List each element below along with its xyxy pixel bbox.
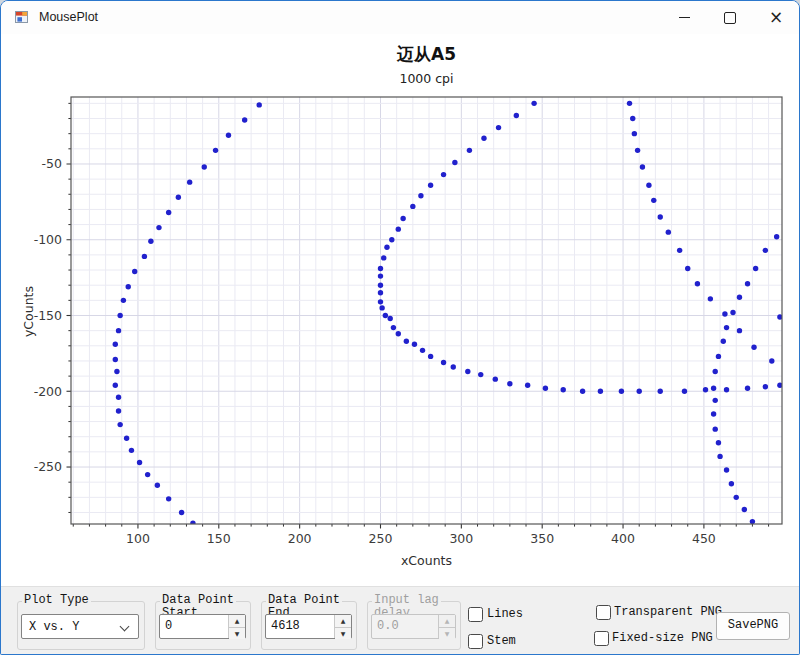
input-lag-value: 0.0 <box>377 615 438 638</box>
svg-text:-200: -200 <box>34 384 62 399</box>
y-axis-label: yCounts <box>21 267 36 357</box>
app-window: MousePlot × 迈从A5 1000 cpi 10015020025030… <box>0 0 800 655</box>
save-png-button[interactable]: SavePNG <box>716 612 790 640</box>
data-end-value[interactable]: 4618 <box>271 615 334 638</box>
data-start-up-button[interactable]: ▲ <box>229 615 245 628</box>
svg-text:-100: -100 <box>34 232 62 247</box>
fixed-size-png-checkbox[interactable] <box>594 631 609 646</box>
scatter-plot: 100150200250300350400450-250-200-150-100… <box>1 1 800 586</box>
svg-text:150: 150 <box>207 531 231 546</box>
data-start-down-button[interactable]: ▼ <box>229 628 245 640</box>
svg-text:-150: -150 <box>34 308 62 323</box>
svg-text:400: 400 <box>611 531 635 546</box>
svg-text:350: 350 <box>530 531 554 546</box>
svg-text:-250: -250 <box>34 459 62 474</box>
chart-figure: 迈从A5 1000 cpi 100150200250300350400450-2… <box>1 34 799 586</box>
chevron-down-icon <box>120 622 130 632</box>
input-lag-up-button: ▲ <box>439 615 455 628</box>
data-end-up-button[interactable]: ▲ <box>335 615 351 628</box>
lines-checkbox-label[interactable]: Lines <box>487 607 523 622</box>
data-start-spinner[interactable]: 0 ▲ ▼ <box>159 614 246 639</box>
stem-checkbox-label[interactable]: Stem <box>487 634 516 649</box>
plot-type-dropdown[interactable]: X vs. Y <box>21 614 139 639</box>
data-end-spinner[interactable]: 4618 ▲ ▼ <box>265 614 352 639</box>
data-start-value[interactable]: 0 <box>165 615 228 638</box>
plot-type-value: X vs. Y <box>29 620 79 634</box>
transparent-png-label[interactable]: Transparent PNG <box>614 605 722 620</box>
fixed-size-png-label[interactable]: Fixed-size PNG <box>612 631 713 646</box>
control-panel: Plot Type X vs. Y Data PointStart 0 ▲ ▼ … <box>1 586 799 655</box>
data-end-down-button[interactable]: ▼ <box>335 628 351 640</box>
x-axis-label: xCounts <box>71 553 782 568</box>
lines-checkbox[interactable] <box>468 607 483 622</box>
svg-text:250: 250 <box>369 531 393 546</box>
svg-text:-50: -50 <box>42 156 62 171</box>
plot-type-label: Plot Type <box>22 594 91 607</box>
svg-text:450: 450 <box>692 531 716 546</box>
input-lag-spinner: 0.0 ▲ ▼ <box>371 614 456 639</box>
transparent-png-checkbox[interactable] <box>596 605 611 620</box>
svg-text:300: 300 <box>449 531 473 546</box>
input-lag-down-button: ▼ <box>439 628 455 640</box>
svg-text:100: 100 <box>126 531 150 546</box>
svg-text:200: 200 <box>288 531 312 546</box>
stem-checkbox[interactable] <box>468 634 483 649</box>
